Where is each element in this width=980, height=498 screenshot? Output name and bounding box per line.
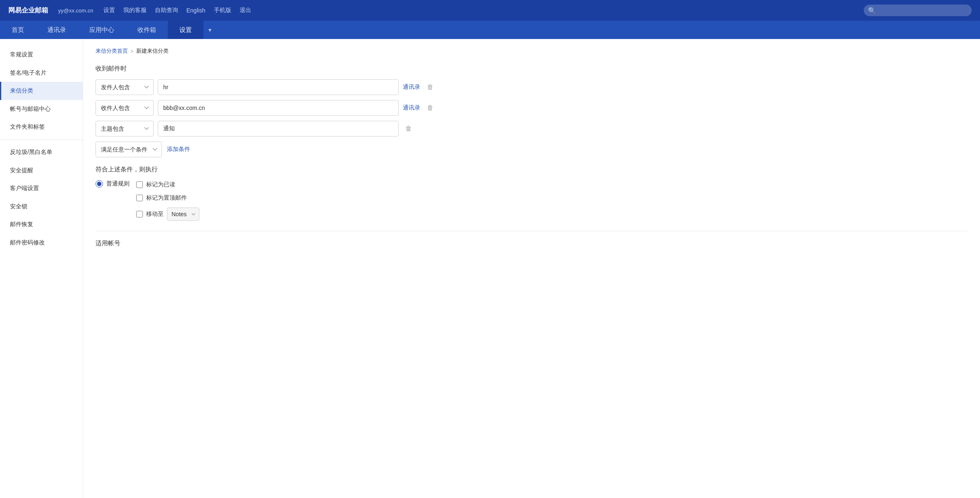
condition-row-1: 发件人包含 通讯录 🗑 bbox=[96, 79, 968, 95]
condition-select-1[interactable]: 发件人包含 bbox=[96, 79, 154, 95]
sidebar-divider bbox=[0, 139, 83, 140]
sidebar-item-signature[interactable]: 签名/电子名片 bbox=[0, 64, 83, 82]
condition-select-2[interactable]: 收件人包含 bbox=[96, 100, 154, 116]
tab-contacts[interactable]: 通讯录 bbox=[36, 21, 78, 39]
more-dropdown-arrow[interactable]: ▾ bbox=[203, 21, 216, 39]
nav-link-logout[interactable]: 退出 bbox=[240, 7, 251, 14]
action-title: 符合上述条件，则执行 bbox=[96, 166, 968, 173]
contact-link-2[interactable]: 通讯录 bbox=[403, 104, 420, 112]
checkbox-row-top: 标记为置顶邮件 bbox=[136, 194, 199, 202]
nav-link-support[interactable]: 我的客服 bbox=[123, 7, 147, 14]
trash-icon-2: 🗑 bbox=[427, 104, 434, 112]
condition-input-3[interactable] bbox=[158, 121, 399, 137]
trash-icon-1: 🗑 bbox=[427, 83, 434, 91]
checkbox-row-moveto: 移动至 Notes 收件箱 草稿箱 已发送 bbox=[136, 208, 199, 221]
checkbox-label-top[interactable]: 标记为置顶邮件 bbox=[146, 194, 187, 202]
checkbox-label-moveto[interactable]: 移动至 bbox=[146, 210, 164, 218]
action-section: 符合上述条件，则执行 普通规则 标记为已读 标记为置顶邮件 bbox=[96, 166, 968, 221]
sidebar-item-password[interactable]: 邮件密码修改 bbox=[0, 234, 83, 252]
trash-icon-3: 🗑 bbox=[405, 125, 412, 132]
condition-input-1[interactable] bbox=[158, 79, 399, 95]
apply-section: 适用帐号 bbox=[96, 231, 968, 247]
contact-link-1[interactable]: 通讯录 bbox=[403, 83, 420, 91]
nav-link-mobile[interactable]: 手机版 bbox=[214, 7, 231, 14]
sidebar-item-general[interactable]: 常规设置 bbox=[0, 46, 83, 64]
tab-appstore[interactable]: 应用中心 bbox=[78, 21, 126, 39]
nav-link-selfservice[interactable]: 自助查询 bbox=[155, 7, 178, 14]
breadcrumb-sep: > bbox=[130, 48, 134, 54]
top-nav-links: 设置 我的客服 自助查询 English 手机版 退出 bbox=[103, 7, 854, 14]
sidebar-item-recovery[interactable]: 邮件恢复 bbox=[0, 215, 83, 234]
condition-row-2: 收件人包含 通讯录 🗑 bbox=[96, 100, 968, 116]
main-content: 来信分类首页 > 新建来信分类 收到邮件时 发件人包含 通讯录 🗑 收件人包含 … bbox=[83, 39, 980, 498]
radio-normal-input[interactable] bbox=[96, 180, 103, 188]
breadcrumb-current: 新建来信分类 bbox=[136, 47, 169, 55]
top-navbar: 网易企业邮箱 yy@xx.com.cn 设置 我的客服 自助查询 English… bbox=[0, 0, 980, 21]
sidebar-item-folders[interactable]: 文件夹和标签 bbox=[0, 118, 83, 136]
delete-condition-1-button[interactable]: 🗑 bbox=[424, 81, 436, 93]
checkboxes-column: 标记为已读 标记为置顶邮件 移动至 Notes 收件箱 草 bbox=[136, 180, 199, 221]
checkbox-mark-read[interactable] bbox=[136, 181, 143, 188]
logic-select[interactable]: 满足任意一个条件 bbox=[96, 142, 162, 157]
condition-row-3: 主题包含 🗑 bbox=[96, 121, 968, 137]
tab-inbox[interactable]: 收件箱 bbox=[126, 21, 168, 39]
action-radio-row: 普通规则 标记为已读 标记为置顶邮件 bbox=[96, 180, 968, 221]
sidebar-item-spam[interactable]: 反垃圾/黑白名单 bbox=[0, 143, 83, 161]
tab-home[interactable]: 首页 bbox=[0, 21, 36, 39]
radio-normal-label: 普通规则 bbox=[106, 180, 130, 188]
sidebar-item-client[interactable]: 客户端设置 bbox=[0, 179, 83, 198]
receive-section-title: 收到邮件时 bbox=[96, 65, 968, 73]
condition-select-3[interactable]: 主题包含 bbox=[96, 121, 154, 137]
delete-condition-3-button[interactable]: 🗑 bbox=[403, 123, 414, 134]
checkbox-label-read[interactable]: 标记为已读 bbox=[146, 181, 175, 188]
main-layout: 常规设置 签名/电子名片 来信分类 帐号与邮箱中心 文件夹和标签 反垃圾/黑白名… bbox=[0, 39, 980, 498]
sidebar-item-filter[interactable]: 来信分类 bbox=[0, 82, 83, 100]
delete-condition-2-button[interactable]: 🗑 bbox=[424, 102, 436, 114]
move-to-select[interactable]: Notes 收件箱 草稿箱 已发送 bbox=[167, 208, 199, 221]
nav-link-english[interactable]: English bbox=[186, 7, 206, 14]
checkbox-move-to[interactable] bbox=[136, 211, 143, 217]
sidebar-item-security[interactable]: 安全提醒 bbox=[0, 161, 83, 180]
brand-logo: 网易企业邮箱 bbox=[8, 6, 48, 15]
search-wrapper: 🔍 bbox=[864, 5, 972, 16]
add-condition-link[interactable]: 添加条件 bbox=[167, 146, 190, 153]
checkbox-mark-top[interactable] bbox=[136, 195, 143, 201]
radio-normal-rule[interactable]: 普通规则 bbox=[96, 180, 130, 188]
checkbox-row-read: 标记为已读 bbox=[136, 181, 199, 188]
search-input[interactable] bbox=[864, 5, 972, 16]
sidebar-item-account[interactable]: 帐号与邮箱中心 bbox=[0, 100, 83, 118]
logic-row: 满足任意一个条件 添加条件 bbox=[96, 142, 968, 157]
condition-input-2[interactable] bbox=[158, 100, 399, 116]
apply-title: 适用帐号 bbox=[96, 239, 968, 247]
breadcrumb-link[interactable]: 来信分类首页 bbox=[96, 47, 128, 55]
nav-link-settings[interactable]: 设置 bbox=[103, 7, 115, 14]
tab-settings[interactable]: 设置 bbox=[168, 21, 203, 39]
second-navbar: 首页 通讯录 应用中心 收件箱 设置 ▾ bbox=[0, 21, 980, 39]
user-email: yy@xx.com.cn bbox=[58, 7, 93, 14]
breadcrumb: 来信分类首页 > 新建来信分类 bbox=[96, 47, 968, 55]
sidebar-item-lock[interactable]: 安全锁 bbox=[0, 198, 83, 216]
sidebar: 常规设置 签名/电子名片 来信分类 帐号与邮箱中心 文件夹和标签 反垃圾/黑白名… bbox=[0, 39, 83, 498]
